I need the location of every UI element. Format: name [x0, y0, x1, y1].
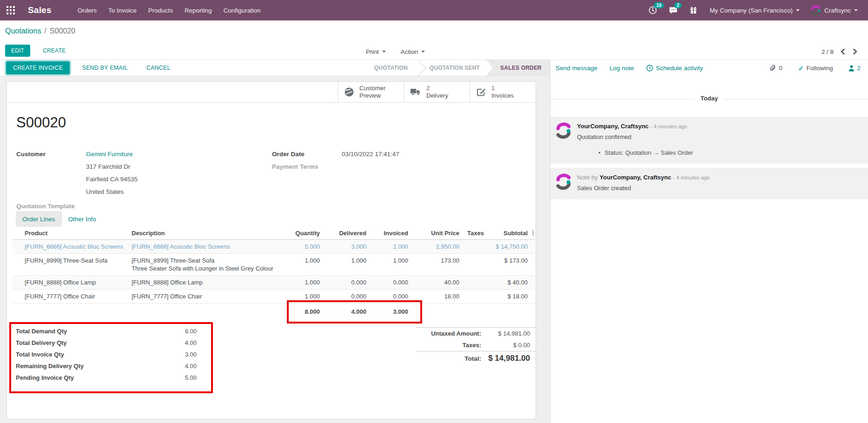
messages-icon[interactable]: 2: [669, 6, 678, 15]
amounts-block: Untaxed Amount:$ 14,981.00 Taxes:$ 0.00 …: [416, 327, 536, 365]
table-row[interactable]: [FURN_8999] Three-Seat Sofa [FURN_8999] …: [13, 254, 535, 276]
top-navbar: Sales Orders To Invoice Products Reporti…: [0, 0, 868, 20]
schedule-activity-button[interactable]: Schedule activity: [646, 65, 703, 72]
menu-orders[interactable]: Orders: [78, 7, 97, 14]
col-taxes[interactable]: Taxes: [462, 227, 493, 239]
activities-badge: 10: [654, 2, 663, 8]
tab-order-lines[interactable]: Order Lines: [16, 211, 62, 227]
avatar: [555, 173, 572, 190]
chatter-message[interactable]: Note by YourCompany, Craftsync - 4 minut…: [550, 168, 868, 199]
untaxed-amount-value: $ 14,981.00: [481, 330, 536, 337]
status-pipeline: QUOTATION QUOTATION SENT SALES ORDER: [365, 60, 550, 76]
col-delivered[interactable]: Delivered: [322, 227, 369, 239]
col-quantity[interactable]: Quantity: [280, 227, 322, 239]
order-reference-title: S00020: [16, 114, 66, 131]
tab-other-info[interactable]: Other Info: [62, 211, 103, 227]
notebook-tabs: Order Lines Other Info: [16, 211, 103, 227]
company-switcher[interactable]: My Company (San Francisco): [709, 7, 800, 14]
chevron-down-icon: [796, 9, 800, 11]
menu-reporting[interactable]: Reporting: [185, 7, 212, 14]
chevron-down-icon: [421, 51, 425, 53]
quotation-template-label: Quotation Template: [16, 200, 86, 212]
step-sales-order[interactable]: SALES ORDER: [486, 60, 550, 76]
message-body: Quotation confirmed: [577, 133, 861, 141]
truck-icon: [410, 87, 421, 97]
order-date-label: Order Date: [272, 148, 342, 160]
send-by-email-button[interactable]: SEND BY EMAIL: [75, 61, 134, 74]
activities-icon[interactable]: 10: [648, 6, 657, 15]
customer-label: Customer: [16, 148, 86, 198]
date-divider: Today: [550, 99, 868, 99]
user-menu[interactable]: Craftsync: [811, 5, 858, 15]
order-date-value[interactable]: 03/10/2022 17:41:47: [342, 148, 399, 198]
clock-icon: [646, 65, 653, 72]
person-icon: [848, 65, 855, 72]
menu-to-invoice[interactable]: To Invoice: [108, 7, 137, 14]
chatter-panel: Send message Log note Schedule activity …: [550, 60, 868, 423]
message-author[interactable]: YourCompany, Craftsync: [577, 123, 649, 130]
messages-badge: 2: [674, 2, 682, 8]
breadcrumb-quotations[interactable]: Quotations: [5, 27, 41, 35]
total-delivered: 4.000: [322, 304, 369, 318]
breadcrumb: Quotations / S00020: [0, 20, 868, 42]
message-time: - 4 minutes ago: [673, 175, 709, 180]
invoices-button[interactable]: 1Invoices: [470, 82, 536, 102]
total-quantity: 8.000: [280, 304, 322, 318]
total-value: $ 14,981.00: [481, 354, 536, 363]
create-button[interactable]: CREATE: [37, 45, 72, 57]
customer-preview-button[interactable]: CustomerPreview: [338, 82, 404, 102]
send-message-button[interactable]: Send message: [556, 65, 597, 72]
form-view: CREATE INVOICE SEND BY EMAIL CANCEL QUOT…: [0, 60, 550, 423]
pager-count: 2 / 8: [822, 48, 834, 55]
globe-icon: [344, 87, 354, 97]
menu-configuration[interactable]: Configuration: [224, 7, 261, 14]
edit-button[interactable]: EDIT: [5, 45, 30, 57]
col-description[interactable]: Description: [132, 227, 280, 239]
table-header-row: Product Description Quantity Delivered I…: [13, 227, 535, 240]
optional-columns-icon[interactable]: ⋮: [530, 227, 535, 239]
action-menu[interactable]: Action: [401, 48, 425, 55]
col-product[interactable]: Product: [13, 227, 132, 239]
cancel-button[interactable]: CANCEL: [140, 61, 177, 74]
col-subtotal[interactable]: Subtotal: [493, 227, 530, 239]
chevron-down-icon: [382, 51, 386, 53]
edit-note-icon: [476, 87, 486, 97]
message-time: - 4 minutes ago: [650, 124, 687, 129]
followers-button[interactable]: 2: [848, 65, 861, 72]
log-note-button[interactable]: Log note: [610, 65, 634, 72]
total-invoiced: 3.000: [369, 304, 411, 318]
breadcrumb-current: S00020: [50, 27, 75, 35]
control-panel: Quotations / S00020 EDIT CREATE Print Ac…: [0, 20, 868, 60]
chatter-message[interactable]: YourCompany, Craftsync - 4 minutes ago Q…: [550, 117, 868, 164]
col-invoiced[interactable]: Invoiced: [369, 227, 411, 239]
document-sheet: CustomerPreview 2Delivery 1Invoices S000…: [7, 81, 536, 419]
col-unit-price[interactable]: Unit Price: [411, 227, 462, 239]
following-button[interactable]: ✓ Following: [798, 65, 833, 72]
table-row[interactable]: [FURN_6666] Acoustic Bloc Screens [FURN_…: [13, 240, 535, 254]
payment-terms-label: Payment Terms: [272, 160, 342, 173]
print-menu[interactable]: Print: [366, 48, 386, 55]
paperclip-icon: [769, 65, 776, 72]
gift-icon[interactable]: [689, 6, 698, 15]
table-row[interactable]: [FURN_8888] Office Lamp [FURN_8888] Offi…: [13, 276, 535, 290]
avatar: [555, 122, 572, 139]
delivery-button[interactable]: 2Delivery: [404, 82, 470, 102]
step-quotation[interactable]: QUOTATION: [365, 60, 417, 76]
table-totals-row: 8.000 4.000 3.000: [13, 304, 535, 318]
customer-link[interactable]: Gemini Furniture: [86, 148, 138, 160]
customer-address-line3: United States: [86, 185, 138, 198]
app-name[interactable]: Sales: [28, 5, 52, 15]
message-author[interactable]: YourCompany, Craftsync: [600, 174, 671, 181]
pager-next-button[interactable]: [853, 48, 858, 55]
table-row[interactable]: [FURN_7777] Office Chair [FURN_7777] Off…: [13, 290, 535, 304]
message-body: Sales Order created: [577, 184, 861, 192]
create-invoice-button[interactable]: CREATE INVOICE: [6, 61, 70, 74]
apps-grid-icon[interactable]: [7, 6, 15, 14]
step-quotation-sent[interactable]: QUOTATION SENT: [420, 60, 489, 76]
menu-products[interactable]: Products: [148, 7, 173, 14]
pager-previous-button[interactable]: [840, 48, 845, 55]
untaxed-amount-label: Untaxed Amount:: [416, 330, 481, 337]
message-tracking: •Status: Quotation → Sales Order: [598, 149, 861, 156]
total-label: Total:: [416, 355, 481, 362]
attachments-button[interactable]: 0: [769, 65, 782, 72]
